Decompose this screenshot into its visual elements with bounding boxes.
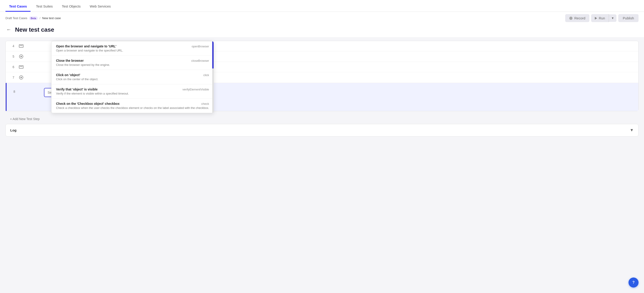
dropdown-item-close-browser[interactable]: Close the browser closeBrowser Close the… <box>52 56 214 70</box>
tab-test-cases[interactable]: Test Cases <box>6 1 30 12</box>
dropdown-item-1-desc: Close the browser opened by the engine. <box>56 63 209 67</box>
dropdown-item-3-title: Verify that 'object' is visible <box>56 88 98 91</box>
dropdown-item-3-key: verifyElementVisible <box>182 88 209 91</box>
dropdown-item-check[interactable]: Check on the 'Checkbox object' checkbox … <box>52 99 214 113</box>
dropdown-item-0-key: openBrowser <box>192 45 209 48</box>
tab-test-suites[interactable]: Test Suites <box>32 1 56 12</box>
run-button-group: Run ▼ <box>591 14 616 22</box>
target-icon-7 <box>19 75 23 80</box>
step-number-6: 6 <box>9 65 18 69</box>
dropdown-item-1-key: closeBrowser <box>191 59 209 62</box>
record-label: Record <box>574 16 585 20</box>
step-icon-browser-6 <box>18 65 25 69</box>
dropdown-item-2-desc: Click on the center of the object. <box>56 78 209 81</box>
dropdown-scrollbar[interactable] <box>212 41 214 113</box>
dropdown-item-2-key: click <box>203 73 209 77</box>
step-number-4: 4 <box>9 44 18 48</box>
dropdown-item-verify-visible[interactable]: Verify that 'object' is visible verifyEl… <box>52 84 214 99</box>
header-actions: Record Run ▼ Publish <box>565 14 638 22</box>
dropdown-item-3-desc: Verify if the element is visible within … <box>56 92 209 95</box>
top-nav: Test Cases Test Suites Test Objects Web … <box>0 0 644 12</box>
tab-web-services[interactable]: Web Services <box>86 1 114 12</box>
back-button[interactable]: ← <box>6 26 12 34</box>
action-dropdown: Open the browser and navigate to 'URL' o… <box>51 41 214 113</box>
run-button[interactable]: Run <box>591 14 609 22</box>
dropdown-item-4-key: check <box>201 102 209 106</box>
dropdown-item-2-title: Click on 'object' <box>56 73 80 77</box>
breadcrumb-separator: / <box>40 17 40 20</box>
breadcrumb-current: New test case <box>42 17 61 20</box>
log-title: Log <box>10 128 16 132</box>
step-number-7: 7 <box>9 76 18 79</box>
add-new-test-step[interactable]: + Add New Test Step <box>6 114 638 124</box>
breadcrumb-parent[interactable]: Draft Test Cases <box>6 17 27 20</box>
page-title: New test case <box>15 26 54 33</box>
step-number-8: 8 <box>10 90 18 93</box>
log-card: Log ▼ <box>6 124 638 136</box>
tab-test-objects[interactable]: Test Objects <box>58 1 84 12</box>
step-number-5: 5 <box>9 55 18 58</box>
run-dropdown-button[interactable]: ▼ <box>609 14 616 22</box>
dropdown-item-4-title: Check on the 'Checkbox object' checkbox <box>56 102 120 106</box>
dropdown-item-0-title: Open the browser and navigate to 'URL' <box>56 45 116 48</box>
help-button[interactable]: ? <box>628 277 638 287</box>
dropdown-item-click[interactable]: Click on 'object' click Click on the cen… <box>52 70 214 84</box>
dropdown-item-1-title: Close the browser <box>56 59 84 62</box>
publish-button[interactable]: Publish <box>618 14 638 22</box>
dropdown-item-4-desc: Check a checkbox when the user checks th… <box>56 106 209 110</box>
browser-icon-6 <box>19 65 24 69</box>
dropdown-item-open-browser[interactable]: Open the browser and navigate to 'URL' o… <box>52 41 214 56</box>
play-icon <box>595 17 597 20</box>
browser-icon <box>19 45 24 48</box>
add-step-label: + Add New Test Step <box>10 117 40 121</box>
step-icon-target-5 <box>18 55 25 59</box>
help-label: ? <box>632 280 635 284</box>
step-icon-browser <box>18 45 25 48</box>
record-button[interactable]: Record <box>565 14 589 22</box>
table-row[interactable]: 4 Open the browser and navigate to 'URL'… <box>6 41 638 51</box>
page-header: ← New test case <box>0 24 644 37</box>
target-icon-5 <box>19 55 23 59</box>
breadcrumb: Draft Test Cases Beta / New test case Re… <box>0 12 644 24</box>
log-chevron-icon[interactable]: ▼ <box>630 128 634 133</box>
run-label: Run <box>599 16 605 20</box>
page-title-row: ← New test case <box>6 26 54 34</box>
test-steps-card: 4 Open the browser and navigate to 'URL'… <box>6 41 638 111</box>
main-content: 4 Open the browser and navigate to 'URL'… <box>0 37 644 140</box>
step-icon-target-7 <box>18 75 25 80</box>
beta-badge: Beta <box>29 17 38 20</box>
scrollbar-thumb <box>212 41 214 69</box>
dropdown-item-0-desc: Open a browser and navigate to the speci… <box>56 49 209 52</box>
record-icon <box>569 17 572 20</box>
